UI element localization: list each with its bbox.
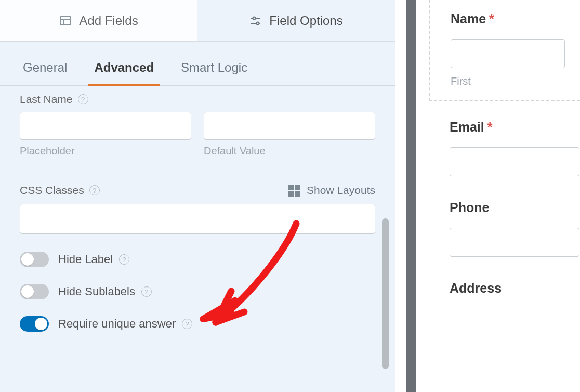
last-name-placeholder-input[interactable]: [20, 112, 191, 140]
show-layouts-button[interactable]: Show Layouts: [288, 184, 375, 197]
field-options-panel: Add Fields Field Options General Advance…: [0, 0, 395, 392]
required-asterisk: *: [487, 120, 493, 134]
subtab-advanced[interactable]: Advanced: [91, 55, 157, 85]
tab-field-options-label: Field Options: [269, 14, 342, 28]
required-asterisk: *: [489, 11, 494, 26]
css-classes-section: CSS Classes ? Show Layouts: [0, 177, 395, 234]
css-classes-label: CSS Classes: [20, 184, 84, 197]
preview-address-field[interactable]: Address: [429, 281, 580, 296]
css-classes-input[interactable]: [20, 204, 375, 234]
phone-input[interactable]: [450, 228, 579, 257]
svg-point-4: [253, 17, 256, 19]
top-tabs: Add Fields Field Options: [0, 0, 395, 42]
hide-label-row: Hide Label?: [20, 252, 375, 267]
help-icon[interactable]: ?: [89, 185, 100, 195]
hide-label-toggle[interactable]: [20, 252, 49, 267]
help-icon[interactable]: ?: [78, 94, 88, 104]
subtab-smart-logic[interactable]: Smart Logic: [178, 55, 251, 85]
add-fields-icon: [59, 15, 72, 27]
name-first-input[interactable]: [451, 39, 565, 68]
scrollbar[interactable]: [382, 218, 389, 369]
sliders-icon: [249, 15, 262, 27]
hide-sublabels-toggle[interactable]: [20, 284, 49, 299]
preview-email-field[interactable]: Email*: [429, 120, 580, 176]
name-first-sublabel: First: [451, 75, 580, 87]
tab-field-options[interactable]: Field Options: [197, 0, 395, 41]
last-name-label: Last Name ?: [20, 93, 375, 106]
require-unique-toggle[interactable]: [20, 316, 49, 332]
svg-point-6: [257, 22, 259, 24]
panel-divider: [395, 0, 416, 392]
grid-icon: [288, 185, 300, 197]
require-unique-row: Require unique answer?: [20, 316, 375, 332]
toggles-section: Hide Label? Hide Sublabels? Require uniq…: [0, 252, 395, 332]
svg-rect-0: [60, 17, 71, 25]
tab-add-fields-label: Add Fields: [79, 14, 138, 28]
sub-tabs: General Advanced Smart Logic: [0, 55, 395, 86]
preview-phone-field[interactable]: Phone: [429, 200, 580, 257]
placeholder-caption: Placeholder: [20, 145, 191, 157]
form-preview: Name* First Email* Phone Address: [429, 0, 580, 392]
last-name-section: Last Name ? Placeholder Default Value: [0, 86, 395, 157]
help-icon[interactable]: ?: [182, 319, 192, 329]
hide-sublabels-row: Hide Sublabels?: [20, 284, 375, 299]
last-name-default-input[interactable]: [204, 112, 375, 140]
subtab-general[interactable]: General: [20, 55, 70, 85]
email-input[interactable]: [450, 147, 579, 176]
help-icon[interactable]: ?: [119, 254, 129, 265]
preview-name-field[interactable]: Name* First: [429, 0, 580, 101]
tab-add-fields[interactable]: Add Fields: [0, 0, 197, 41]
help-icon[interactable]: ?: [141, 286, 152, 297]
default-caption: Default Value: [204, 145, 375, 157]
